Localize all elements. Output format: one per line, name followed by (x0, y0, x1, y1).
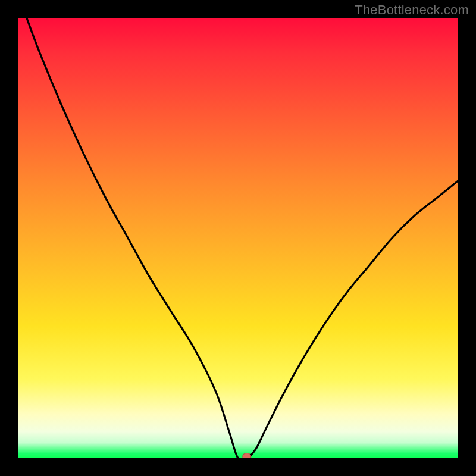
plot-area (18, 18, 458, 458)
bottleneck-curve (18, 18, 458, 458)
optimum-marker (243, 453, 251, 459)
watermark-text: TheBottleneck.com (355, 2, 469, 18)
chart-frame: TheBottleneck.com (0, 0, 476, 476)
